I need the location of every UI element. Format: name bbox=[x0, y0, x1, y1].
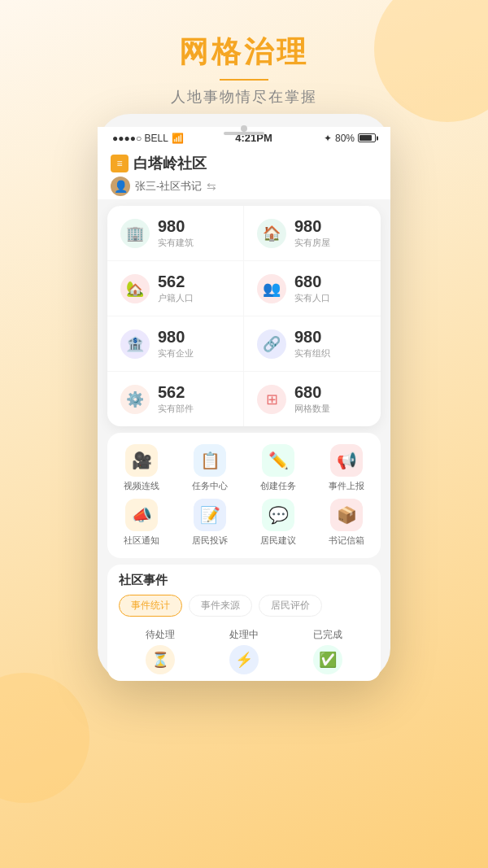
action-item[interactable]: 💬 居民建议 bbox=[254, 499, 303, 547]
stats-card: 🏢 980 实有建筑 🏠 980 实有房屋 🏡 562 户籍人口 👥 680 实… bbox=[107, 206, 381, 426]
stat-info: 680 实有人口 bbox=[294, 273, 330, 304]
events-section: 社区事件 事件统计事件来源居民评价 待处理 ⏳ 处理中 ⚡ 已完成 ✅ bbox=[107, 565, 381, 681]
stat-icon: 👥 bbox=[257, 274, 286, 303]
stat-icon: 🏢 bbox=[120, 219, 150, 248]
event-stat-label: 处理中 bbox=[229, 628, 259, 642]
stat-number: 980 bbox=[158, 217, 194, 236]
stat-item[interactable]: 🏦 980 实有企业 bbox=[107, 316, 244, 372]
battery-icon bbox=[358, 133, 376, 142]
action-icon: ✏️ bbox=[262, 444, 294, 477]
stat-item[interactable]: 👥 680 实有人口 bbox=[244, 261, 381, 316]
stat-info: 980 实有组织 bbox=[294, 328, 330, 360]
action-item[interactable]: 📦 书记信箱 bbox=[322, 499, 371, 547]
actions-row-1: 🎥 视频连线 📋 任务中心 ✏️ 创建任务 📢 事件上报 bbox=[107, 441, 381, 495]
stat-number: 680 bbox=[294, 273, 330, 291]
action-label: 书记信箱 bbox=[329, 534, 364, 547]
bg-decoration-bottom bbox=[0, 673, 89, 803]
action-item[interactable]: 🎥 视频连线 bbox=[117, 444, 166, 492]
action-icon: 📝 bbox=[194, 499, 226, 531]
battery-fill bbox=[359, 135, 372, 141]
event-stat-icon: ⏳ bbox=[146, 645, 175, 674]
community-icon: ≡ bbox=[111, 155, 129, 172]
sub-title: 人地事物情尽在掌握 bbox=[0, 87, 488, 107]
event-stat-item: 待处理 ⏳ bbox=[146, 628, 175, 674]
action-label: 视频连线 bbox=[124, 480, 159, 492]
stat-item[interactable]: 🔗 980 实有组织 bbox=[244, 316, 381, 372]
switch-icon[interactable]: ⇆ bbox=[207, 180, 216, 193]
stat-icon: 🏠 bbox=[257, 219, 286, 248]
stat-number: 562 bbox=[158, 273, 194, 291]
user-avatar: 👤 bbox=[111, 177, 130, 196]
status-left: ●●●●○ BELL 📶 bbox=[112, 133, 184, 144]
action-label: 社区通知 bbox=[124, 534, 159, 547]
action-icon: 📢 bbox=[330, 444, 363, 477]
phone-speaker bbox=[224, 132, 264, 135]
stat-label: 实有部件 bbox=[158, 403, 194, 415]
wifi-icon: 📶 bbox=[172, 133, 184, 144]
action-icon: 💬 bbox=[262, 499, 294, 531]
stat-info: 680 网格数量 bbox=[294, 383, 330, 415]
stat-item[interactable]: 🏡 562 户籍人口 bbox=[107, 261, 244, 316]
action-icon: 📦 bbox=[330, 499, 363, 531]
action-label: 居民投诉 bbox=[192, 534, 228, 547]
stat-info: 980 实有企业 bbox=[158, 328, 194, 360]
stat-number: 980 bbox=[294, 328, 330, 347]
stat-info: 980 实有房屋 bbox=[294, 217, 330, 249]
battery-percent: 80% bbox=[335, 133, 355, 144]
stat-label: 实有组织 bbox=[294, 347, 330, 360]
action-item[interactable]: 📝 居民投诉 bbox=[185, 499, 234, 547]
event-stat-item: 已完成 ✅ bbox=[313, 628, 342, 674]
event-stat-icon: ✅ bbox=[313, 645, 342, 674]
app-header: ≡ 白塔岭社区 👤 张三-社区书记 ⇆ bbox=[98, 147, 390, 199]
stat-label: 实有企业 bbox=[158, 347, 194, 360]
stat-icon: 🏦 bbox=[120, 329, 150, 359]
action-icon: 🎥 bbox=[125, 444, 158, 477]
stat-icon: 🏡 bbox=[120, 274, 150, 303]
action-icon: 📣 bbox=[125, 499, 158, 531]
stat-info: 562 实有部件 bbox=[158, 383, 194, 415]
event-stat-label: 已完成 bbox=[313, 628, 342, 642]
action-item[interactable]: 📋 任务中心 bbox=[185, 444, 234, 492]
bluetooth-icon: ✦ bbox=[324, 133, 332, 144]
events-section-title: 社区事件 bbox=[119, 573, 369, 588]
community-name-row: ≡ 白塔岭社区 bbox=[111, 154, 377, 173]
action-label: 任务中心 bbox=[192, 480, 228, 492]
stat-label: 户籍人口 bbox=[158, 292, 194, 304]
stat-number: 980 bbox=[158, 328, 194, 347]
action-item[interactable]: 📢 事件上报 bbox=[322, 444, 371, 492]
stat-info: 562 户籍人口 bbox=[158, 273, 194, 304]
events-tab-bar: 事件统计事件来源居民评价 bbox=[119, 595, 369, 617]
events-tab[interactable]: 事件来源 bbox=[189, 595, 252, 617]
events-stats-row: 待处理 ⏳ 处理中 ⚡ 已完成 ✅ bbox=[119, 625, 369, 674]
phone-mockup: ●●●●○ BELL 📶 4:21PM ✦ 80% ≡ 白塔岭社区 👤 张三-社… bbox=[98, 114, 390, 681]
events-tab[interactable]: 事件统计 bbox=[119, 595, 182, 617]
stat-item[interactable]: 🏢 980 实有建筑 bbox=[107, 206, 244, 261]
stat-number: 562 bbox=[158, 383, 194, 402]
stat-label: 网格数量 bbox=[294, 403, 330, 415]
community-name: 白塔岭社区 bbox=[133, 154, 207, 173]
user-name: 张三-社区书记 bbox=[135, 179, 202, 194]
actions-row-2: 📣 社区通知 📝 居民投诉 💬 居民建议 📦 书记信箱 bbox=[107, 495, 381, 550]
stat-info: 980 实有建筑 bbox=[158, 217, 194, 249]
stat-label: 实有建筑 bbox=[158, 237, 194, 249]
phone-camera bbox=[241, 125, 247, 132]
action-item[interactable]: 📣 社区通知 bbox=[117, 499, 166, 547]
quick-actions: 🎥 视频连线 📋 任务中心 ✏️ 创建任务 📢 事件上报 📣 社区通知 📝 居民… bbox=[107, 433, 381, 558]
user-row: 👤 张三-社区书记 ⇆ bbox=[111, 177, 377, 196]
action-item[interactable]: ✏️ 创建任务 bbox=[254, 444, 303, 492]
status-right: ✦ 80% bbox=[324, 133, 376, 144]
stat-item[interactable]: 🏠 980 实有房屋 bbox=[244, 206, 381, 261]
stat-item[interactable]: ⚙️ 562 实有部件 bbox=[107, 372, 244, 426]
action-label: 创建任务 bbox=[260, 480, 296, 492]
stat-item[interactable]: ⊞ 680 网格数量 bbox=[244, 372, 381, 426]
event-stat-icon: ⚡ bbox=[229, 645, 259, 674]
events-tab[interactable]: 居民评价 bbox=[259, 595, 322, 617]
stat-icon: ⚙️ bbox=[120, 385, 150, 414]
main-title: 网格治理 bbox=[0, 33, 488, 72]
stats-grid: 🏢 980 实有建筑 🏠 980 实有房屋 🏡 562 户籍人口 👥 680 实… bbox=[107, 206, 381, 426]
stat-label: 实有人口 bbox=[294, 292, 330, 304]
event-stat-item: 处理中 ⚡ bbox=[229, 628, 259, 674]
header-divider bbox=[220, 79, 268, 81]
stat-number: 680 bbox=[294, 383, 330, 402]
event-stat-label: 待处理 bbox=[146, 628, 175, 642]
